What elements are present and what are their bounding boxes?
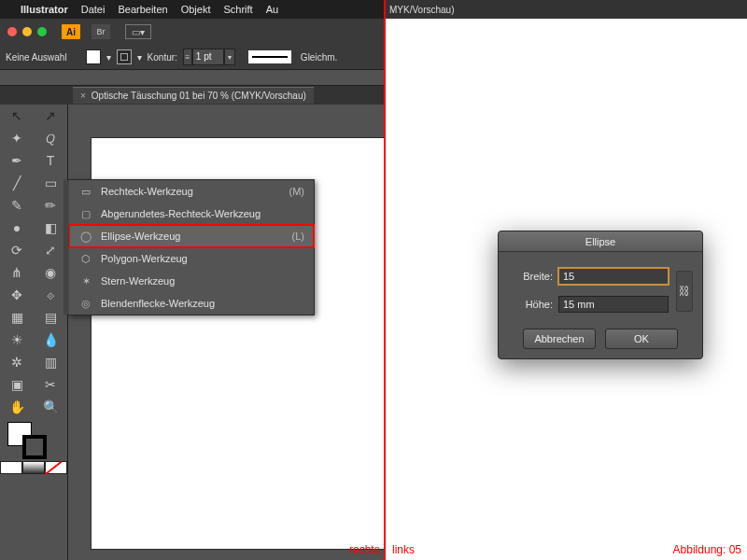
stroke-dropdown[interactable]: ▾ [224, 49, 235, 65]
flyout-shortcut: (L) [292, 231, 304, 242]
warp-tool[interactable]: ◉ [34, 261, 67, 284]
width-input[interactable]: 15 [558, 268, 669, 285]
perspective-tool[interactable]: ▦ [0, 306, 34, 329]
eyedropper-tool[interactable]: 💧 [34, 329, 67, 351]
stroke-box-icon[interactable] [22, 435, 47, 459]
gradient-tool[interactable]: ☀ [0, 329, 34, 351]
menu-bearbeiten[interactable]: Bearbeiten [118, 4, 167, 15]
rounded-rectangle-icon: ▢ [78, 208, 93, 220]
linestyle-preview[interactable] [248, 50, 291, 63]
minimize-window-icon[interactable] [22, 27, 32, 36]
right-document-tab[interactable]: MYK/Vorschau) [386, 0, 747, 19]
flyout-star[interactable]: ✶ Stern-Werkzeug [69, 270, 314, 292]
fill-swatch[interactable] [86, 49, 101, 64]
height-label: Höhe: [510, 299, 553, 310]
linestyle-label: Gleichm. [301, 52, 337, 63]
rectangle-icon: ▭ [78, 186, 93, 198]
flyout-label: Polygon-Werkzeug [101, 253, 188, 264]
blob-brush-tool[interactable]: ● [0, 217, 34, 239]
zoom-window-icon[interactable] [37, 27, 47, 36]
scale-tool[interactable]: ⤢ [34, 239, 67, 261]
flare-icon: ◎ [78, 298, 93, 310]
fill-stroke-control[interactable] [0, 418, 67, 461]
flyout-label: Stern-Werkzeug [101, 275, 175, 287]
rectangle-tool[interactable]: ▭ [34, 172, 67, 194]
flyout-label: Ellipse-Werkzeug [101, 231, 180, 242]
width-label: Breite: [510, 271, 553, 282]
link-dimensions-icon[interactable]: ⛓ [676, 271, 693, 312]
secondary-bar [0, 69, 384, 86]
slice-tool[interactable]: ✋ [0, 396, 34, 418]
mesh-tool[interactable]: ▤ [34, 306, 67, 329]
flyout-label: Blendenflecke-Werkzeug [101, 298, 215, 309]
document-tab[interactable]: × Optische Täuschung 01 bei 70 % (CMYK/V… [73, 87, 314, 104]
stroke-swatch[interactable] [117, 49, 132, 64]
label-links: links [392, 543, 415, 556]
flyout-rectangle[interactable]: ▭ Rechteck-Werkzeug (M) [69, 180, 314, 203]
star-icon: ✶ [78, 275, 93, 287]
app-name[interactable]: Illustrator [21, 4, 68, 15]
toolbox: ↖ ↗ ✦ 𝘘 ✒ T ╱ ▭ ✎ ✏ ● ◧ [0, 105, 68, 560]
menu-datei[interactable]: Datei [81, 4, 106, 15]
arrange-documents-icon[interactable]: ▭▾ [125, 24, 151, 39]
hand-tool[interactable]: 🔍 [34, 396, 67, 418]
stroke-value-input[interactable]: 1 pt [192, 49, 224, 65]
menu-objekt[interactable]: Objekt [181, 4, 211, 15]
flyout-label: Rechteck-Werkzeug [101, 186, 193, 197]
polygon-icon: ⬡ [78, 253, 93, 265]
eraser-tool[interactable]: ◧ [34, 217, 67, 239]
column-graph-tool[interactable]: ▣ [0, 373, 34, 396]
height-input[interactable]: 15 mm [558, 296, 669, 313]
flyout-label: Abgerundetes-Rechteck-Werkzeug [101, 208, 261, 219]
selection-tool[interactable]: ↖ [0, 105, 34, 127]
pen-tool[interactable]: ✒ [0, 149, 34, 172]
direct-selection-tool[interactable]: ↗ [34, 105, 67, 127]
bridge-icon[interactable]: Br [92, 24, 110, 39]
stroke-label: Kontur: [148, 52, 177, 63]
flyout-tearoff-handle[interactable] [63, 180, 69, 315]
ok-button[interactable]: OK [605, 329, 678, 349]
type-tool[interactable]: T [34, 149, 67, 172]
flyout-rounded-rectangle[interactable]: ▢ Abgerundetes-Rechteck-Werkzeug [69, 203, 314, 225]
document-tab-row: × Optische Täuschung 01 bei 70 % (CMYK/V… [0, 86, 384, 105]
flyout-ellipse[interactable]: ◯ Ellipse-Werkzeug (L) [69, 225, 314, 247]
flyout-polygon[interactable]: ⬡ Polygon-Werkzeug [69, 247, 314, 270]
stroke-stepper[interactable]: ≡ [183, 49, 192, 65]
dialog-title: Ellipse [499, 231, 702, 252]
blend-tool[interactable]: ✲ [0, 351, 34, 373]
right-tab-label: MYK/Vorschau) [389, 5, 454, 15]
flyout-flare[interactable]: ◎ Blendenflecke-Werkzeug [69, 292, 314, 315]
line-tool[interactable]: ╱ [0, 172, 34, 194]
width-tool[interactable]: ⋔ [0, 261, 34, 284]
pencil-tool[interactable]: ✏ [34, 194, 67, 217]
rotate-tool[interactable]: ⟳ [0, 239, 34, 261]
color-mode-gradient[interactable] [22, 461, 45, 474]
color-mode-color[interactable] [0, 461, 22, 474]
cancel-button[interactable]: Abbrechen [523, 329, 596, 349]
symbol-sprayer-tool[interactable]: ▥ [34, 351, 67, 373]
close-window-icon[interactable] [7, 27, 17, 36]
stroke-dropdown-icon[interactable]: ▾ [137, 52, 142, 63]
ellipse-icon: ◯ [78, 231, 93, 243]
fill-dropdown-icon[interactable]: ▾ [106, 52, 111, 63]
document-tab-label: Optische Täuschung 01 bei 70 % (CMYK/Vor… [92, 91, 306, 101]
color-mode-switches [0, 461, 67, 476]
lasso-tool[interactable]: 𝘘 [34, 127, 67, 149]
color-mode-none[interactable] [45, 461, 67, 474]
close-tab-icon[interactable]: × [80, 91, 86, 101]
control-bar: Keine Auswahl ▾ ▾ Kontur: ≡ 1 pt ▾ Gleic… [0, 45, 384, 69]
window-chrome: Ai Br ▭▾ [0, 19, 384, 45]
menu-truncated[interactable]: Au [266, 4, 278, 15]
magic-wand-tool[interactable]: ✦ [0, 127, 34, 149]
artboard-tool[interactable]: ✂ [34, 373, 67, 396]
mac-menubar: Illustrator Datei Bearbeiten Objekt Schr… [0, 0, 384, 19]
canvas-area[interactable] [68, 105, 384, 560]
paintbrush-tool[interactable]: ✎ [0, 194, 34, 217]
shape-builder-tool[interactable]: ⟐ [34, 284, 67, 306]
menu-schrift[interactable]: Schrift [223, 4, 252, 15]
illustrator-logo-icon: Ai [62, 24, 80, 39]
shape-tool-flyout: ▭ Rechteck-Werkzeug (M) ▢ Abgerundetes-R… [68, 179, 315, 315]
ellipse-dialog: Ellipse Breite: 15 Höhe: 15 mm ⛓ Abbrech… [498, 231, 703, 359]
free-transform-tool[interactable]: ✥ [0, 284, 34, 306]
selection-label: Keine Auswahl [6, 52, 67, 63]
